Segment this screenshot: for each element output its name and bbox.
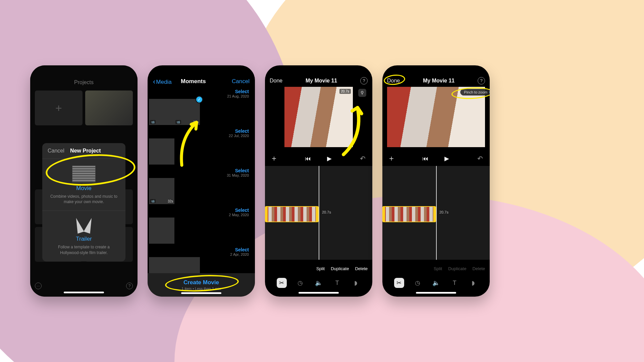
option-movie-desc: Combine videos, photos and music to make… (48, 194, 120, 204)
more-button[interactable]: ··· (35, 283, 42, 289)
home-indicator (64, 292, 104, 293)
project-thumb[interactable] (85, 90, 133, 125)
clip-duration-label: 20.7s (322, 210, 331, 214)
section-select-button[interactable]: Select (235, 128, 249, 134)
speed-tool-icon[interactable]: ◷ (413, 278, 423, 288)
trim-handle-left[interactable] (382, 207, 385, 222)
play-button[interactable]: ▶ (444, 155, 449, 162)
new-project-sheet: Cancel New Project Movie Combine videos,… (42, 143, 125, 261)
plus-icon: + (55, 102, 62, 115)
section-date: 21 Aug, 2020 (227, 94, 249, 98)
help-button[interactable]: ? (126, 283, 133, 289)
audio-tool-icon[interactable]: 🔈 (314, 278, 324, 288)
cancel-button[interactable]: Cancel (232, 78, 250, 85)
timeline[interactable]: 20.7s (382, 166, 490, 260)
playhead[interactable] (319, 166, 319, 260)
done-button[interactable]: Done (270, 78, 282, 84)
video-badge-icon: 📹 (150, 199, 156, 203)
pinch-to-zoom-pill[interactable]: Pinch to zoom (460, 89, 490, 96)
home-indicator (299, 292, 339, 294)
option-trailer-desc: Follow a template to create a Hollywood-… (48, 244, 120, 255)
video-badge-icon: 📹 (175, 120, 181, 124)
media-thumb[interactable] (149, 138, 174, 165)
trim-handle-left[interactable] (265, 207, 268, 222)
add-media-button[interactable]: + (272, 154, 276, 163)
pinch-indicator-icon (489, 90, 490, 94)
help-button[interactable]: ? (478, 77, 485, 84)
split-button: Split (434, 266, 442, 271)
delete-button: Delete (472, 266, 485, 271)
magnifier-zoom-button[interactable]: ⚲ (358, 89, 366, 97)
preview-duration-badge: 20.7s (339, 89, 351, 94)
duplicate-button[interactable]: Duplicate (331, 266, 349, 271)
projects-title: Projects (30, 79, 138, 85)
trim-handle-right[interactable] (433, 207, 436, 222)
checkmark-icon: ✓ (196, 96, 203, 103)
video-preview[interactable]: 20.7s ⚲ (284, 87, 353, 147)
tool-row: ✂ ◷ 🔈 T ◗ (382, 278, 490, 288)
play-button[interactable]: ▶ (327, 155, 332, 162)
section-select-button[interactable]: Select (235, 247, 249, 252)
media-thumb[interactable]: 📹32s (149, 178, 174, 204)
project-title: My Movie 11 (400, 78, 478, 84)
undo-button[interactable]: ↶ (477, 155, 483, 163)
trim-handle-right[interactable] (316, 207, 319, 222)
filmstrip-icon (72, 166, 96, 182)
section-date: 22 Jul, 2020 (229, 134, 249, 138)
media-thumb[interactable] (174, 257, 200, 273)
sheet-title: New Project (51, 148, 120, 154)
duplicate-button: Duplicate (448, 266, 466, 271)
titles-tool-icon[interactable]: T (449, 278, 460, 288)
delete-button[interactable]: Delete (355, 266, 368, 271)
new-placeholder-tile[interactable]: + (35, 90, 83, 125)
audio-tool-icon[interactable]: 🔈 (431, 278, 441, 288)
section-date: 31 May, 2020 (227, 173, 249, 177)
skip-to-start-button[interactable]: ⏮ (422, 155, 428, 162)
playhead[interactable] (436, 166, 437, 260)
section-select-button[interactable]: Select (235, 89, 249, 94)
timeline[interactable]: 20.7s (265, 166, 372, 260)
project-title: My Movie 11 (282, 78, 360, 84)
pinch-to-zoom-label: Pinch to zoom (464, 90, 487, 94)
add-media-button[interactable]: + (389, 154, 394, 163)
media-thumb[interactable]: 📹 (149, 99, 174, 125)
titles-tool-icon[interactable]: T (332, 278, 342, 288)
clip-duration-label: 20.7s (439, 210, 448, 214)
speed-tool-icon[interactable]: ◷ (295, 278, 305, 288)
section-date: 2 Apr, 2020 (230, 252, 249, 256)
create-movie-button[interactable]: Create Movie (183, 279, 219, 286)
timeline-clip-selected[interactable] (382, 206, 436, 222)
timeline-clip-selected[interactable] (265, 206, 319, 222)
thumb-duration: 32s (168, 199, 173, 203)
option-trailer[interactable]: Trailer Follow a template to create a Ho… (42, 210, 125, 261)
phone-editor-zoom-icon: Done My Movie 11 ? 20.7s ⚲ + ⏮ ▶ ↶ 20.7s… (265, 65, 372, 297)
chevron-left-icon: ‹ (153, 77, 155, 86)
phone-projects-new-project: Projects + My Movie 6 My Movie 5 Cancel … (30, 65, 138, 297)
thumb-duration: 13s (193, 120, 199, 124)
filters-tool-icon[interactable]: ◗ (351, 278, 361, 288)
section-date: 2 May, 2020 (229, 213, 249, 217)
tool-row: ✂ ◷ 🔈 T ◗ (265, 278, 372, 288)
section-select-button[interactable]: Select (235, 168, 249, 173)
spotlights-icon (74, 218, 94, 234)
option-movie[interactable]: Movie Combine videos, photos and music t… (42, 159, 125, 210)
filters-tool-icon[interactable]: ◗ (468, 278, 478, 288)
scissors-tool-icon[interactable]: ✂ (394, 278, 404, 288)
media-thumb[interactable] (149, 218, 174, 244)
media-thumb-selected[interactable]: 📹 13s ✓ (174, 99, 200, 125)
undo-button[interactable]: ↶ (360, 155, 366, 163)
option-trailer-label: Trailer (48, 236, 120, 242)
phone-moments-picker: ‹Media Moments Cancel Select21 Aug, 2020… (148, 65, 255, 297)
picker-title: Moments (155, 78, 232, 85)
home-indicator (416, 292, 456, 294)
done-button[interactable]: Done (387, 78, 400, 84)
media-thumb[interactable] (149, 257, 174, 273)
video-badge-icon: 📹 (150, 120, 156, 124)
help-button[interactable]: ? (360, 77, 368, 84)
create-movie-bar[interactable]: Create Movie 1 item • Less than 1 min (148, 273, 255, 297)
section-select-button[interactable]: Select (235, 207, 249, 213)
skip-to-start-button[interactable]: ⏮ (305, 155, 311, 162)
split-button[interactable]: Split (316, 266, 325, 271)
video-preview[interactable]: Pinch to zoom (387, 87, 485, 147)
scissors-tool-icon[interactable]: ✂ (277, 278, 287, 288)
